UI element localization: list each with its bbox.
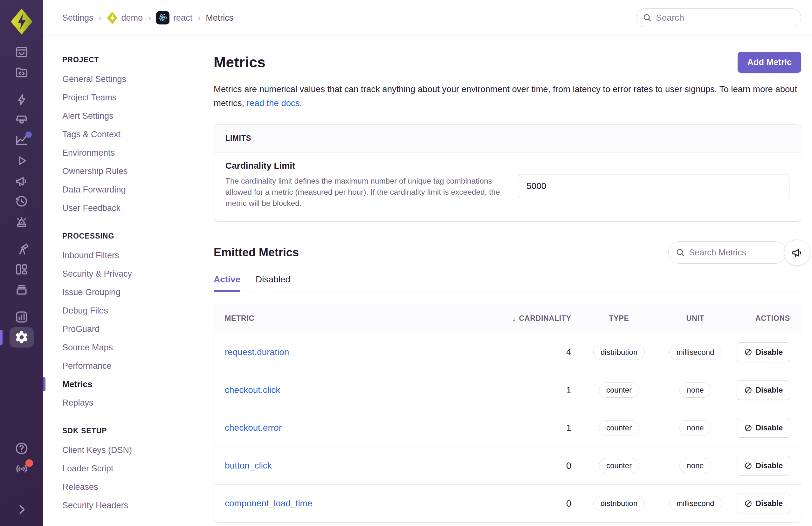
breadcrumb-project[interactable]: react (156, 11, 192, 25)
play-icon[interactable] (10, 151, 34, 171)
metric-name-link[interactable]: checkout.error (225, 423, 511, 433)
sort-desc-icon: ↓ (512, 314, 517, 324)
metric-name-link[interactable]: button_click (225, 461, 511, 471)
metric-name-link[interactable]: request.duration (225, 347, 511, 357)
cardinality-value: 4 (566, 347, 571, 357)
sidebar-item-security-headers[interactable]: Security Headers (62, 496, 193, 514)
sidebar-item-label: Metrics (62, 379, 92, 389)
global-search-input[interactable] (656, 13, 795, 23)
circle-slash-icon (744, 499, 753, 508)
help-icon[interactable] (10, 438, 34, 459)
sidebar-item-source-maps[interactable]: Source Maps (62, 338, 193, 357)
chevron-right-icon[interactable] (10, 499, 34, 520)
lightning-icon[interactable] (10, 90, 34, 110)
sidebar-item-releases[interactable]: Releases (62, 478, 193, 496)
unit-badge: millisecond (669, 345, 722, 360)
sidebar-item-ownership-rules[interactable]: Ownership Rules (62, 162, 193, 180)
disable-label: Disable (756, 423, 783, 432)
layout-grid-icon[interactable] (10, 259, 34, 280)
archive-icon[interactable] (10, 280, 34, 300)
description-period: . (300, 98, 302, 108)
sidebar-item-proguard[interactable]: ProGuard (62, 320, 193, 338)
sidebar-item-metrics[interactable]: Metrics (62, 375, 193, 393)
gear-icon[interactable] (10, 327, 34, 347)
cardinality-value: 1 (566, 423, 571, 433)
type-badge: distribution (593, 496, 645, 511)
cardinality-limit-help: The cardinality limit defines the maximu… (226, 175, 511, 209)
sentry-org-logo[interactable] (11, 8, 33, 35)
sidebar-item-loader-script[interactable]: Loader Script (62, 459, 193, 478)
topbar: Settings › demo › react › Metrics (43, 0, 812, 36)
section-title: SDK SETUP (62, 426, 193, 435)
metric-name-link[interactable]: component_load_time (225, 498, 511, 509)
sidebar-item-environments[interactable]: Environments (62, 144, 193, 162)
type-badge: counter (599, 420, 639, 435)
line-chart-icon[interactable] (10, 130, 34, 151)
unit-badge: millisecond (669, 496, 722, 511)
disable-button[interactable]: Disable (737, 456, 790, 476)
unit-badge: none (679, 420, 711, 435)
sidebar-item-replays[interactable]: Replays (62, 393, 193, 412)
sidebar-item-alert-settings[interactable]: Alert Settings (62, 107, 193, 125)
disable-button[interactable]: Disable (737, 418, 790, 438)
code-folder-icon[interactable] (10, 62, 34, 82)
sidebar-item-inbound-filters[interactable]: Inbound Filters (62, 246, 193, 265)
table-row: component_load_time 0 distribution milli… (214, 484, 801, 522)
col-unit: UNIT (686, 314, 705, 323)
page-description: Metrics are numerical values that can tr… (214, 82, 801, 110)
breadcrumb-org[interactable]: demo (107, 12, 143, 24)
sidebar-item-project-teams[interactable]: Project Teams (62, 88, 193, 107)
metrics-search[interactable] (668, 241, 786, 264)
sidebar-item-data-forwarding[interactable]: Data Forwarding (62, 180, 193, 199)
sidebar-item-general-settings[interactable]: General Settings (62, 70, 193, 88)
metrics-search-input[interactable] (689, 248, 779, 258)
disable-label: Disable (756, 348, 783, 357)
projector-icon[interactable] (10, 110, 34, 130)
tab-disabled[interactable]: Disabled (256, 274, 290, 285)
sidebar-item-client-keys[interactable]: Client Keys (DSN) (62, 441, 193, 459)
table-row: button_click 0 counter none Disable (214, 447, 801, 484)
bar-chart-tile-icon[interactable] (10, 307, 34, 327)
megaphone-icon[interactable] (10, 171, 34, 191)
col-actions: ACTIONS (755, 314, 790, 323)
issues-inbox-icon[interactable] (10, 42, 34, 62)
breadcrumb-project-label: react (173, 13, 192, 23)
org-diamond-icon (107, 12, 118, 24)
siren-icon[interactable] (10, 212, 34, 232)
rail-nav (0, 35, 43, 347)
disable-button[interactable]: Disable (737, 380, 790, 400)
breadcrumb-settings[interactable]: Settings (62, 13, 93, 23)
section-title: PROJECT (62, 56, 193, 64)
cardinality-limit-input[interactable] (518, 174, 789, 198)
cardinality-value: 1 (566, 385, 571, 395)
emitted-metrics-title: Emitted Metrics (214, 246, 299, 259)
sidebar-section-project: PROJECT General Settings Project Teams A… (62, 56, 193, 217)
sidebar-item-tags-context[interactable]: Tags & Context (62, 125, 193, 144)
type-badge: counter (599, 382, 639, 398)
feedback-fab-button[interactable] (784, 240, 810, 266)
page-title: Metrics (214, 54, 265, 71)
disable-label: Disable (756, 461, 783, 470)
sidebar-item-user-feedback[interactable]: User Feedback (62, 199, 193, 217)
col-cardinality[interactable]: ↓ CARDINALITY (512, 314, 572, 324)
sidebar-item-performance[interactable]: Performance (62, 357, 193, 375)
active-indicator (43, 377, 45, 391)
add-metric-button[interactable]: Add Metric (738, 52, 801, 73)
type-badge: distribution (593, 345, 645, 360)
clock-history-icon[interactable] (10, 191, 34, 212)
megaphone-icon (791, 246, 803, 259)
metric-name-link[interactable]: checkout.click (225, 385, 511, 395)
broadcast-icon[interactable] (10, 459, 34, 479)
sidebar-item-issue-grouping[interactable]: Issue Grouping (62, 283, 193, 301)
global-search[interactable] (636, 8, 801, 27)
disable-button[interactable]: Disable (737, 494, 790, 513)
table-row: request.duration 4 distribution millisec… (214, 333, 801, 371)
sidebar-item-security-privacy[interactable]: Security & Privacy (62, 265, 193, 283)
tab-active[interactable]: Active (214, 274, 240, 285)
sidebar-item-debug-files[interactable]: Debug Files (62, 301, 193, 320)
limits-panel-header: LIMITS (214, 124, 801, 152)
read-the-docs-link[interactable]: read the docs (247, 98, 300, 108)
telescope-icon[interactable] (10, 239, 34, 259)
disable-button[interactable]: Disable (737, 342, 790, 362)
sidebar-section-sdk-setup: SDK SETUP Client Keys (DSN) Loader Scrip… (62, 426, 193, 514)
